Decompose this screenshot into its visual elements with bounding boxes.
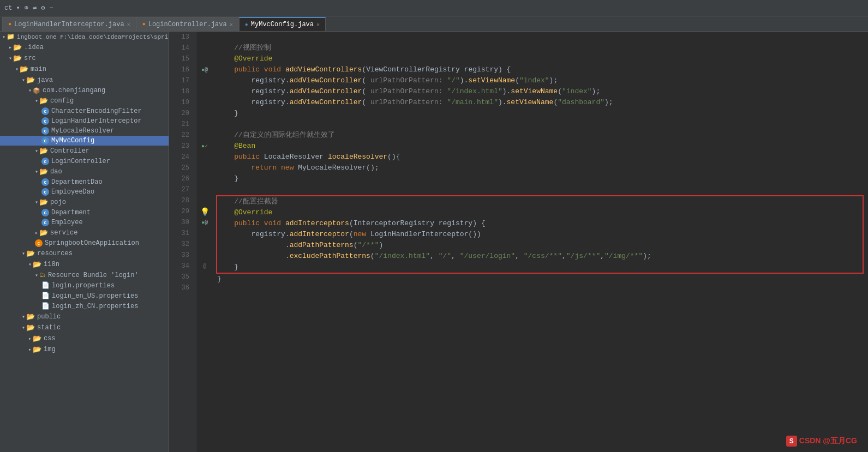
code-lines: //视图控制 @Override public void addViewCont… (213, 32, 868, 452)
class-icon-mvc: C (41, 137, 49, 144)
sidebar-i18n[interactable]: ▾ 📂 i18n (0, 259, 169, 270)
sidebar-css-label: css (44, 335, 56, 342)
code-29: @Override (217, 207, 272, 218)
folder-dao-icon: 📂 (39, 167, 48, 176)
sidebar-mymvcconfig[interactable]: C MyMvcConfig (0, 136, 169, 146)
sidebar-employee[interactable]: C Employee (0, 218, 169, 227)
sidebar-login-interceptor-label: LoginHandlerInterceptor (51, 117, 142, 125)
sidebar-locale-resolver-label: MyLocaleResolver (51, 127, 114, 135)
class-icon-dept-dao: C (41, 178, 49, 186)
arrow-dao: ▾ (35, 168, 38, 175)
sidebar-package[interactable]: ▾ 📦 com.chenjiangang (0, 86, 169, 95)
code-24: public LocaleResolver localeResolver(){ (217, 152, 400, 162)
gutter-18 (196, 86, 213, 97)
code-line-18: registry.addViewController( urlPathOrPat… (217, 86, 864, 97)
code-line-19: registry.addViewController( urlPathOrPat… (217, 97, 864, 108)
folder-img-icon: 📂 (33, 345, 41, 354)
code-editor[interactable]: 13 14 15 16 17 18 19 20 21 22 23 24 25 2… (169, 32, 868, 452)
arrow-idea: ▸ (9, 44, 12, 51)
sidebar-controller[interactable]: ▾ 📂 Controller (0, 146, 169, 156)
nav-icon-settings[interactable]: ⚙ (41, 4, 45, 12)
nav-icon-home[interactable]: ⊕ (25, 4, 28, 12)
sidebar-springboot-app-label: SpringbootOneApplication (45, 239, 139, 247)
ln-15: 15 (173, 53, 191, 64)
code-30: public void addInterceptors(InterceptorR… (217, 218, 486, 229)
red-outline-box: //配置拦截器 @Override public void addInterce… (216, 195, 864, 274)
ln-16: 16 (173, 64, 191, 75)
sidebar-locale-resolver[interactable]: C MyLocaleResolver (0, 126, 169, 136)
ln-31: 31 (173, 228, 191, 239)
gutter-34: @ (196, 261, 213, 272)
sidebar-config[interactable]: ▾ 📂 config (0, 95, 169, 106)
nav-icon-split[interactable]: ⇌ (33, 4, 37, 12)
folder-idea-icon: 📂 (13, 43, 22, 52)
gutter-19 (196, 97, 213, 108)
code-line-27 (217, 184, 864, 195)
sidebar-service[interactable]: ▸ 📂 service (0, 227, 169, 238)
ln-34: 34 (173, 261, 191, 272)
code-17: registry.addViewController( urlPathOrPat… (217, 75, 558, 86)
top-bar: ct ▾ ⊕ ⇌ ⚙ − (0, 0, 868, 16)
sidebar-resources[interactable]: ▾ 📂 resources (0, 248, 169, 259)
sidebar-dao[interactable]: ▾ 📂 dao (0, 166, 169, 177)
sidebar-main[interactable]: ▾ 📂 main (0, 64, 169, 75)
sidebar-dao-label: dao (50, 168, 62, 176)
sidebar-pojo[interactable]: ▾ 📂 pojo (0, 197, 169, 208)
main-content: ▾ 📁 ingboot_one F:\idea_code\IdeaProject… (0, 32, 868, 452)
folder-i18n-icon: 📂 (33, 260, 41, 269)
code-28: //配置拦截器 (217, 196, 278, 207)
project-root[interactable]: ▾ 📁 ingboot_one F:\idea_code\IdeaProject… (0, 32, 169, 42)
code-36 (217, 285, 222, 296)
sidebar-login-interceptor[interactable]: C LoginHandlerInterceptor (0, 116, 169, 126)
folder-public-icon: 📂 (26, 312, 35, 321)
code-35: } (217, 274, 222, 285)
sidebar-src[interactable]: ▾ 📂 src (0, 53, 169, 64)
arrow-src: ▾ (9, 55, 12, 62)
sidebar-emp-dao[interactable]: C EmployeeDao (0, 187, 169, 197)
sidebar-char-filter[interactable]: C CharacterEncodingFilter (0, 106, 169, 116)
folder-src-icon: 📂 (13, 54, 22, 63)
sidebar-login-controller[interactable]: C LoginController (0, 156, 169, 166)
code-16: public void addViewControllers(ViewContr… (217, 64, 511, 75)
top-bar-left: ct ▾ ⊕ ⇌ ⚙ − (4, 4, 53, 12)
tab-close-2[interactable]: ✕ (230, 21, 233, 28)
code-13 (217, 32, 222, 43)
ln-33: 33 (173, 250, 191, 261)
tab-mymvcconfig[interactable]: ● MyMvcConfig.java ✕ (239, 17, 326, 31)
sidebar-css[interactable]: ▸ 📂 css (0, 333, 169, 344)
sidebar-mymvcconfig-label: MyMvcConfig (51, 137, 94, 144)
folder-pojo-icon: 📂 (39, 198, 48, 207)
tab-logincontroller[interactable]: ● LoginController.java ✕ (136, 17, 239, 31)
sidebar-static[interactable]: ▾ 📂 static (0, 322, 169, 333)
code-line-25: return new MyLocaleResolver(); (217, 162, 864, 173)
arrow-main: ▾ (15, 66, 19, 73)
code-34: } (217, 262, 238, 273)
sidebar-login-en-props[interactable]: 📄 login_en_US.properties (0, 291, 169, 301)
props-icon-1: 📄 (41, 281, 50, 290)
nav-icon-close[interactable]: − (50, 4, 53, 12)
code-26: } (217, 173, 238, 184)
sidebar-login-zh-props[interactable]: 📄 login_zh_CN.properties (0, 301, 169, 311)
tab-loginhandlerinterceptor[interactable]: ● LoginHandlerInterceptor.java ✕ (2, 17, 136, 31)
sidebar-springboot-app[interactable]: C SpringbootOneApplication (0, 238, 169, 248)
code-31: registry.addInterceptor(new LoginHandler… (217, 229, 481, 240)
sidebar-resource-bundle[interactable]: ▾ 🗂 Resource Bundle 'login' (0, 270, 169, 280)
folder-resources-icon: 📂 (26, 249, 35, 258)
folder-main-icon: 📂 (20, 65, 28, 74)
tab-close-3[interactable]: ✕ (316, 21, 320, 28)
sidebar-idea[interactable]: ▸ 📂 .idea (0, 42, 169, 53)
sidebar-login-props[interactable]: 📄 login.properties (0, 280, 169, 291)
sidebar-dept-dao[interactable]: C DepartmentDao (0, 177, 169, 187)
ln-30: 30 (173, 217, 191, 228)
sidebar-java[interactable]: ▾ 📂 java (0, 75, 169, 86)
ln-25: 25 (173, 162, 191, 173)
package-icon: 📦 (33, 87, 40, 94)
sidebar-department[interactable]: C Department (0, 208, 169, 218)
tab-close-1[interactable]: ✕ (127, 21, 130, 28)
ln-35: 35 (173, 272, 191, 282)
sidebar-public[interactable]: ▾ 📂 public (0, 311, 169, 322)
sidebar-img[interactable]: ▸ 📂 img (0, 344, 169, 355)
code-line-28: //配置拦截器 (217, 196, 863, 207)
code-line-31: registry.addInterceptor(new LoginHandler… (217, 229, 863, 240)
class-icon-emp-dao: C (41, 188, 49, 196)
